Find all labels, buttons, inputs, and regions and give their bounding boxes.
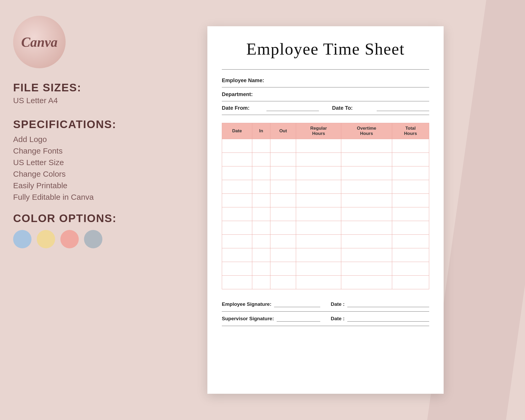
table-row [222,248,429,262]
employee-sig-label: Employee Signature: [222,301,271,307]
table-cell [392,194,429,207]
table-cell [270,248,296,262]
table-cell [270,153,296,166]
table-row [222,207,429,221]
table-cell [270,194,296,207]
color-circle-yellow [37,230,55,248]
table-cell [341,153,392,166]
table-cell [392,276,429,289]
table-cell [222,180,252,194]
table-row [222,235,429,248]
table-cell [222,221,252,235]
table-cell [296,166,341,180]
spec-change-fonts: Change Fonts [13,146,118,155]
table-cell [222,276,252,289]
table-cell [341,276,392,289]
signature-section: Employee Signature: Date : Supervisor Si… [222,297,429,326]
table-cell [296,139,341,153]
table-cell [296,262,341,276]
table-cell [252,166,270,180]
supervisor-date-col: Date : [331,316,429,322]
table-row [222,194,429,207]
file-sizes-title: FILE SIZES: [13,81,118,94]
color-circles [13,230,118,248]
table-cell [341,180,392,194]
spec-add-logo: Add Logo [13,135,118,144]
table-cell [296,235,341,248]
col-regular-hours: RegularHours [296,123,341,139]
table-cell [392,248,429,262]
table-cell [222,194,252,207]
date-to-label: Date To: [332,105,374,111]
department-row: Department: [222,87,429,101]
date-to-col: Date To: [332,105,429,111]
supervisor-sig-col: Supervisor Signature: [222,316,320,322]
color-circle-gray [84,230,102,248]
table-cell [270,262,296,276]
supervisor-sig-row: Supervisor Signature: Date : [222,312,429,326]
color-options-title: COLOR OPTIONS: [13,212,118,225]
table-row [222,139,429,153]
table-cell [341,248,392,262]
employee-date-label: Date : [331,301,345,307]
table-row [222,180,429,194]
table-cell [252,139,270,153]
main-container: Canva FILE SIZES: US Letter A4 SPECIFICA… [0,0,525,420]
table-cell [252,235,270,248]
supervisor-date-line [347,316,429,322]
table-cell [270,221,296,235]
table-cell [222,153,252,166]
date-from-label: Date From: [222,105,264,111]
specifications-title: SPECIFICATIONS: [13,118,118,131]
table-cell [296,221,341,235]
table-cell [296,153,341,166]
color-circle-pink [60,230,79,248]
table-cell [270,235,296,248]
table-cell [222,166,252,180]
employee-sig-col: Employee Signature: [222,301,320,307]
table-cell [392,221,429,235]
col-in: In [252,123,270,139]
table-cell [341,207,392,221]
table-cell [222,248,252,262]
employee-name-row: Employee Name: [222,74,429,87]
col-date: Date [222,123,252,139]
supervisor-date-label: Date : [331,316,345,322]
table-cell [296,180,341,194]
table-cell [296,194,341,207]
form-section: Employee Name: Department: Date From: Da… [222,69,429,115]
table-cell [392,235,429,248]
table-cell [392,207,429,221]
table-cell [222,235,252,248]
table-cell [252,194,270,207]
table-cell [392,166,429,180]
table-cell [392,180,429,194]
table-cell [222,262,252,276]
time-table: Date In Out RegularHours OvertimeHours T… [222,123,429,289]
employee-name-label: Employee Name: [222,77,264,83]
file-sizes-value: US Letter A4 [13,96,118,105]
table-cell [341,166,392,180]
table-cell [222,207,252,221]
table-cell [252,180,270,194]
spec-change-colors: Change Colors [13,170,118,178]
department-label: Department: [222,91,264,97]
table-cell [341,194,392,207]
table-cell [252,207,270,221]
employee-sig-line [274,301,320,307]
left-panel: Canva FILE SIZES: US Letter A4 SPECIFICA… [0,0,131,420]
supervisor-sig-label: Supervisor Signature: [222,316,274,322]
employee-name-value [264,77,429,83]
table-cell [392,153,429,166]
supervisor-sig-line [277,316,321,322]
date-from-col: Date From: [222,105,319,111]
table-cell [341,139,392,153]
table-row [222,262,429,276]
table-cell [392,139,429,153]
table-row [222,166,429,180]
table-cell [392,262,429,276]
col-total-hours: TotalHours [392,123,429,139]
employee-date-line [347,301,429,307]
right-panel: Employee Time Sheet Employee Name: Depar… [131,10,525,410]
employee-sig-row: Employee Signature: Date : [222,297,429,312]
